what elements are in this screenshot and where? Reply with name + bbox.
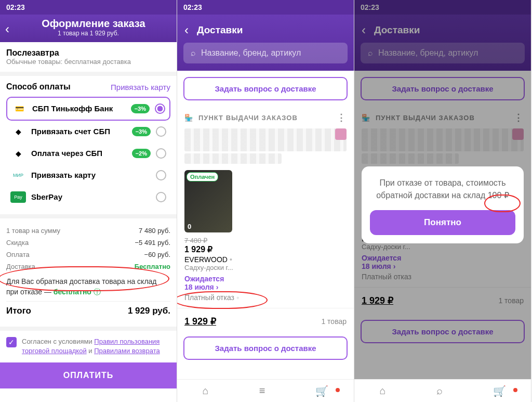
product-name: Садху-доски г... [184,264,347,271]
summary-block: 1 товар на сумму7 480 руб. Скидка−5 491 … [0,218,177,331]
payment-block: Способ оплаты Привязать карту 💳 СБП Тинь… [0,76,177,218]
bottom-nav: ⌂ ⌕ 🛒 [354,379,531,402]
old-price: 7 480 ₽ [184,237,347,244]
ok-button[interactable]: Понятно [370,210,515,235]
radio-icon [156,192,166,202]
payment-option-card[interactable]: МИР Привязать карту [6,164,170,186]
blurred-address [184,128,347,151]
payment-option-sbp-tinkoff[interactable]: 💳 СБП Тинькофф Банк −3% [6,97,170,121]
search-icon: ⌕ [191,48,196,58]
radio-icon [156,170,166,180]
nav-catalog-icon[interactable]: ≡ [259,385,265,397]
expected-label: Ожидается [184,275,347,283]
delivery-day: Послезавтра [6,48,170,58]
price: 1 929 ₽ [184,244,347,254]
radio-icon [156,126,166,137]
return-note: Для Вас обратная доставка товара на скла… [6,273,170,301]
sbp-icon: ◆ [10,126,26,137]
sbp-icon: 💳 [11,103,27,114]
page-title: Доставки [197,24,243,36]
total-price: 1 929 ₽ [184,316,216,327]
product-image: Оплачен 0 [184,170,232,232]
pay-button[interactable]: ОПЛАТИТЬ [0,362,177,388]
link-card[interactable]: Привязать карту [111,83,170,92]
screen-deliveries-modal: 02:23 ‹ Доставки ⌕ Название, бренд, арти… [354,0,531,402]
screen-checkout: 02:23 ‹ Оформление заказа 1 товар на 1 9… [0,0,177,402]
header: ‹ Доставки ⌕ Название, бренд, артикул [177,15,354,71]
ask-delivery-button[interactable]: Задать вопрос о доставке [183,77,348,100]
search-input[interactable]: ⌕ Название, бренд, артикул [183,43,348,63]
checkbox-icon[interactable]: ✓ [6,337,17,347]
sber-icon: Pay [10,191,26,203]
total-line: 1 929 ₽ 1 товар [177,308,354,334]
product-card[interactable]: Оплачен 0 [184,170,347,232]
payment-option-sbp-account[interactable]: ◆ Привязать счет СБП −3% [6,121,170,142]
qty-badge: 0 [188,223,191,230]
page-title: Оформление заказа [17,18,170,30]
delivery-note: Обычные товары: бесплатная доставка [6,58,170,66]
mir-icon: МИР [10,170,26,181]
refusal-modal: При отказе от товара, стоимость обратной… [362,166,524,243]
blurred-address [184,153,282,164]
nav-cart-icon[interactable]: 🛒 [493,385,506,397]
screen-deliveries: 02:23 ‹ Доставки ⌕ Название, бренд, арти… [177,0,354,402]
total-count: 1 товар [321,317,347,326]
payment-header: Способ оплаты [6,82,71,92]
delivery-block: Послезавтра Обычные товары: бесплатная д… [0,42,177,76]
agree-row[interactable]: ✓ Согласен с условиями Правил пользовани… [0,331,177,362]
payment-option-sbp-pay[interactable]: ◆ Оплата через СБП −2% [6,142,170,164]
nav-cart-icon[interactable]: 🛒 [315,385,328,397]
modal-text: При отказе от товара, стоимость обратной… [370,177,515,202]
status-bar: 02:23 [177,0,354,15]
radio-icon [155,103,165,114]
radio-icon [156,148,166,159]
pickup-point-header[interactable]: 🏪 ПУНКТ ВЫДАЧИ ЗАКАЗОВ ⋮ [184,107,347,128]
ask-delivery-button[interactable]: Задать вопрос о доставке [183,336,348,360]
sbp-icon: ◆ [10,148,26,159]
more-icon[interactable]: ⋮ [337,112,347,123]
return-rules-link[interactable]: Правилами возврата [94,347,160,355]
nav-search-icon[interactable]: ⌕ [436,385,443,397]
brand: EVERWOOD • [184,255,347,264]
store-icon: 🏪 [184,114,193,122]
paid-badge: Оплачен [187,172,218,181]
payment-option-sberpay[interactable]: Pay SberPay [6,186,170,208]
qr-icon[interactable] [335,128,347,140]
expected-date[interactable]: 18 июля › [184,283,347,291]
status-bar: 02:23 [0,0,177,15]
header: ‹ Оформление заказа 1 товар на 1 929 руб… [0,15,177,42]
back-icon[interactable]: ‹ [184,23,189,37]
bottom-nav: ⌂ ≡ 🛒 [177,379,354,402]
nav-home-icon[interactable]: ⌂ [379,385,385,397]
paid-refusal[interactable]: Платный отказ ◦ [184,293,347,302]
nav-home-icon[interactable]: ⌂ [203,385,209,397]
page-subtitle: 1 товар на 1 929 руб. [6,30,170,37]
